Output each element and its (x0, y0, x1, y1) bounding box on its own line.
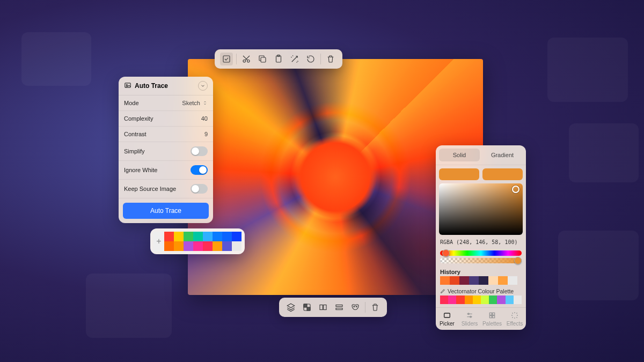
cut-icon[interactable] (240, 53, 253, 65)
trash-icon[interactable] (369, 301, 382, 314)
palette-swatch[interactable] (232, 241, 241, 251)
library-swatch[interactable] (489, 295, 497, 304)
auto-trace-panel: Auto Trace Mode Sketch Complexity 40 Con… (119, 77, 213, 223)
trash-icon[interactable] (324, 53, 337, 65)
palette-swatch[interactable] (184, 232, 193, 241)
library-swatch[interactable] (448, 295, 456, 304)
palette-swatch[interactable] (213, 241, 222, 251)
complexity-row[interactable]: Complexity 40 (119, 111, 213, 127)
keep-source-label: Keep Source Image (124, 186, 176, 192)
updown-icon (202, 100, 208, 106)
add-swatch-button[interactable]: + (153, 232, 164, 251)
keep-source-toggle[interactable] (191, 184, 208, 194)
palette-swatch[interactable] (232, 232, 241, 241)
palette-swatch[interactable] (222, 232, 232, 241)
color-field-knob[interactable] (512, 186, 519, 193)
palette-swatch[interactable] (174, 241, 184, 251)
contrast-label: Contrast (124, 131, 147, 137)
svg-rect-12 (324, 305, 326, 310)
fill-type-segment: Solid Gradient (436, 145, 526, 165)
alpha-slider[interactable] (440, 258, 522, 263)
effects-icon (510, 311, 519, 320)
copy-icon[interactable] (256, 53, 269, 65)
fill-swatch[interactable] (439, 168, 479, 180)
sliders-icon (465, 311, 474, 320)
palettes-tab-label: Palettes (482, 321, 502, 327)
auto-trace-button[interactable]: Auto Trace (123, 203, 209, 219)
history-swatch[interactable] (488, 276, 498, 285)
simplify-toggle[interactable] (191, 146, 208, 156)
history-swatch[interactable] (498, 276, 508, 285)
mode-label: Mode (124, 100, 139, 106)
layers-icon[interactable] (284, 301, 297, 314)
hue-slider[interactable] (440, 250, 522, 256)
sliders-tab-label: Sliders (462, 321, 478, 327)
library-swatch[interactable] (481, 295, 489, 304)
svg-rect-3 (261, 57, 266, 62)
complexity-label: Complexity (124, 115, 153, 122)
sliders-tab[interactable]: Sliders (458, 308, 481, 330)
rotate-icon[interactable] (304, 53, 317, 65)
checker-icon[interactable] (301, 301, 313, 314)
library-swatch[interactable] (456, 295, 464, 304)
pencil-icon (440, 289, 445, 294)
split-icon[interactable] (317, 301, 330, 314)
library-swatch[interactable] (506, 295, 514, 304)
panel-title: Auto Trace (135, 82, 168, 90)
picker-tab-label: Picker (440, 321, 455, 327)
svg-rect-20 (489, 313, 492, 315)
library-swatch[interactable] (473, 295, 481, 304)
hue-knob[interactable] (442, 249, 450, 257)
library-swatch[interactable] (514, 295, 522, 304)
panel-header: Auto Trace (119, 77, 213, 95)
magic-wand-icon[interactable] (288, 53, 301, 65)
rgba-readout: RGBA (248, 146, 58, 100) (436, 238, 526, 248)
history-swatch[interactable] (450, 276, 459, 285)
select-icon[interactable] (220, 53, 233, 65)
history-swatch[interactable] (440, 276, 450, 285)
gradient-tab[interactable]: Gradient (482, 149, 523, 161)
library-swatch[interactable] (465, 295, 473, 304)
palette-swatch[interactable] (164, 232, 174, 241)
contrast-row[interactable]: Contrast 9 (119, 127, 213, 142)
history-swatch[interactable] (469, 276, 479, 285)
color-field[interactable] (439, 183, 523, 235)
history-swatch[interactable] (479, 276, 488, 285)
svg-point-1 (243, 60, 246, 63)
palette-swatch[interactable] (164, 241, 174, 251)
history-swatch[interactable] (459, 276, 469, 285)
alpha-knob[interactable] (514, 257, 522, 264)
palette-swatch[interactable] (184, 241, 193, 251)
palettes-tab[interactable]: Palettes (481, 308, 503, 330)
paste-icon[interactable] (272, 53, 285, 65)
library-label: Vectornator Colour Palette (448, 288, 514, 294)
svg-rect-11 (320, 305, 323, 310)
stroke-swatch[interactable] (482, 168, 523, 180)
palette-swatch[interactable] (174, 232, 184, 241)
palette-swatch[interactable] (213, 232, 222, 241)
history-swatch[interactable] (508, 276, 517, 285)
picker-tab[interactable]: Picker (436, 308, 458, 330)
library-swatch[interactable] (440, 295, 448, 304)
solid-tab[interactable]: Solid (439, 149, 480, 161)
palette-swatch[interactable] (193, 241, 203, 251)
color-panel: Solid Gradient RGBA (248, 146, 58, 100) … (436, 145, 526, 330)
palette-swatch[interactable] (193, 232, 203, 241)
palette-swatch[interactable] (203, 241, 213, 251)
rows-icon[interactable] (333, 301, 346, 314)
ignore-white-toggle[interactable] (191, 165, 208, 175)
library-swatch[interactable] (497, 295, 505, 304)
collapse-button[interactable] (198, 81, 208, 91)
mode-row[interactable]: Mode Sketch (119, 95, 213, 111)
effects-tab[interactable]: Effects (503, 308, 526, 330)
mask-icon[interactable] (349, 301, 362, 314)
palette-swatch[interactable] (203, 232, 213, 241)
svg-rect-9 (304, 304, 307, 307)
simplify-row: Simplify (119, 142, 213, 161)
svg-rect-23 (493, 316, 495, 318)
palette-panel: + (150, 228, 245, 254)
library-title: Vectornator Colour Palette (436, 288, 526, 295)
palette-swatch[interactable] (222, 241, 232, 251)
ignore-white-row: Ignore White (119, 161, 213, 180)
svg-point-16 (356, 306, 357, 307)
